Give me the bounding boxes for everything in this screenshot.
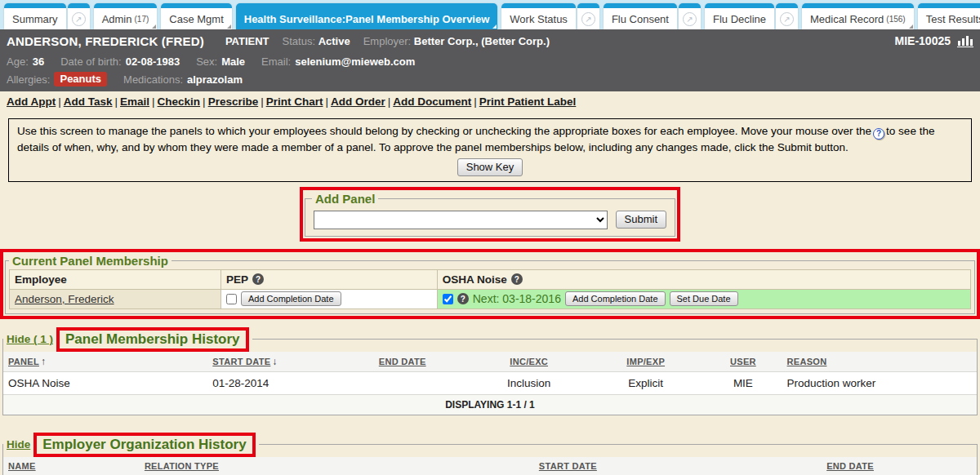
separator: | [258,95,266,108]
tab-work-status[interactable]: Work Status [501,3,576,29]
relation-type-column-sort-link[interactable]: RELATION TYPE [145,461,219,471]
pep-help-icon[interactable]: ? [252,273,264,285]
emp-start-date-column-header: START DATE [412,457,724,475]
osha-add-completion-date-button[interactable]: Add Completion Date [565,291,666,306]
age-label: Age: [7,55,29,68]
tab-label: Flu Consent [612,13,669,25]
tab-label: Test Results [926,13,980,25]
tab-label: Summary [12,13,58,25]
checkin-link[interactable]: Checkin [158,95,201,108]
emp-end-date-column-header: END DATE [724,457,977,475]
osha-cell: ? Next: 03-18-2016 Add Completion Date S… [437,289,970,309]
osha-next-help-icon[interactable]: ? [457,293,469,304]
email-link[interactable]: Email [120,95,149,108]
tab-test-results[interactable]: Test Results(2) [918,3,980,29]
employer-organization-history-section: Hide Employer Organization History NAME … [2,433,978,475]
tab-summary[interactable]: Summary [4,3,66,29]
instructions-panel: Use this screen to manage the panels to … [8,118,972,182]
patient-name: ANDERSON, FREDERICK (FRED) [7,34,204,48]
print-patient-label-link[interactable]: Print Patient Label [479,95,577,108]
separator: | [149,95,158,108]
medications-value: alprazolam [187,73,243,86]
tab-flu-consent-popout[interactable]: ↗ [679,3,701,29]
tab-label: Health Surveillance:Panel Membership Ove… [244,13,490,25]
tab-admin[interactable]: Admin(17) [94,3,158,29]
name-column-sort-link[interactable]: NAME [8,461,36,471]
email-value: selenium@mieweb.com [295,55,415,68]
add-panel-legend: Add Panel [312,192,378,206]
employer-label: Employer: [363,35,412,47]
panel-history-header-row: PANEL↑ START DATE↓ END DATE INC/EXC IMP/… [3,352,977,372]
tab-flu-consent[interactable]: Flu Consent [604,3,677,29]
tab-group-summary: Summary ↗ [4,3,90,29]
inc-exc-column-sort-link[interactable]: INC/EXC [510,357,548,366]
employee-link[interactable]: Anderson, Frederick [15,293,114,305]
osha-help-icon[interactable]: ? [511,273,523,285]
name-column-header: NAME [3,457,140,475]
add-panel-select[interactable] [314,211,608,229]
tab-case-mgmt[interactable]: Case Mgmt [161,3,231,29]
separator: | [323,95,331,108]
tab-group-flu-decline: Flu Decline ↗ [705,3,798,29]
reason-column-sort-link[interactable]: REASON [787,357,827,366]
tab-label: Case Mgmt [169,13,223,25]
open-in-new-icon: ↗ [72,12,86,26]
print-chart-link[interactable]: Print Chart [266,95,323,108]
imp-exp-column-sort-link[interactable]: IMP/EXP [626,357,665,366]
open-in-new-icon: ↗ [581,12,595,26]
help-icon[interactable]: ? [873,128,884,140]
add-document-link[interactable]: Add Document [393,95,471,108]
emp-end-date-column-sort-link[interactable]: END DATE [826,461,874,471]
tab-medical-record[interactable]: Medical Record(156) [802,3,914,29]
patient-header: ANDERSON, FREDERICK (FRED) PATIENT Statu… [0,29,980,91]
pep-checkbox[interactable] [226,294,237,304]
tab-flu-decline[interactable]: Flu Decline [705,3,774,29]
employer-value: Better Corp., (Better Corp.) [414,35,550,47]
osha-checkbox[interactable] [443,294,453,304]
relation-type-column-header: RELATION TYPE [140,457,412,475]
panel-history-footer-row: DISPLAYING 1-1 / 1 [3,394,977,415]
add-task-link[interactable]: Add Task [64,95,113,108]
osha-set-due-date-button[interactable]: Set Due Date [670,291,738,306]
reason-cell: Production worker [782,371,977,394]
chart-tab-bar: Summary ↗ Admin(17) Case Mgmt Health Sur… [0,0,980,29]
separator: | [471,95,479,108]
status-value: Active [318,35,350,47]
employer-history-hide-link[interactable]: Hide [7,438,30,451]
tab-work-status-popout[interactable]: ↗ [577,3,599,29]
pep-add-completion-date-button[interactable]: Add Completion Date [241,291,341,306]
show-key-button[interactable]: Show Key [457,158,523,176]
pep-cell: Add Completion Date [220,289,437,309]
sex-label: Sex: [196,55,217,68]
osha-column-header: OSHA Noise? [437,269,970,289]
dob-label: Date of birth: [60,55,121,68]
tab-health-surveillance-panel-membership-overview[interactable]: Health Surveillance:Panel Membership Ove… [236,3,498,29]
imp-exp-column-header: IMP/EXP [587,352,704,372]
add-order-link[interactable]: Add Order [331,95,385,108]
allergies-label: Allergies: [7,73,50,86]
inc-exc-column-header: INC/EXC [470,352,587,372]
tab-label: Work Status [510,13,568,25]
start-date-column-sort-link[interactable]: START DATE [212,357,270,366]
tab-group-flu-consent: Flu Consent ↗ [604,3,701,29]
allergy-badge[interactable]: Peanuts [54,72,107,87]
panel-column-sort-link[interactable]: PANEL [8,357,39,366]
demographics-row-1: Age:36 Date of birth:02-08-1983 Sex:Male… [0,52,980,70]
add-panel-submit-button[interactable]: Submit [616,211,666,229]
open-in-new-icon: ↗ [780,12,794,26]
pep-column-header: PEP? [220,269,437,289]
panel-history-hide-link[interactable]: Hide ( 1 ) [7,333,53,345]
tab-flu-decline-popout[interactable]: ↗ [776,3,798,29]
email-label: Email: [261,55,291,68]
patient-type-label: PATIENT [225,35,270,47]
separator: | [56,95,64,108]
tab-summary-popout[interactable]: ↗ [68,3,90,29]
end-date-column-sort-link[interactable]: END DATE [379,357,426,366]
medications-label: Medications: [123,73,183,86]
emp-start-date-column-sort-link[interactable]: START DATE [539,461,597,471]
prescribe-link[interactable]: Prescribe [208,95,259,108]
user-column-sort-link[interactable]: USER [730,357,756,366]
chart-stats-icon[interactable] [957,34,973,47]
add-appt-link[interactable]: Add Appt [7,95,56,108]
tab-label: Medical Record [810,13,884,25]
